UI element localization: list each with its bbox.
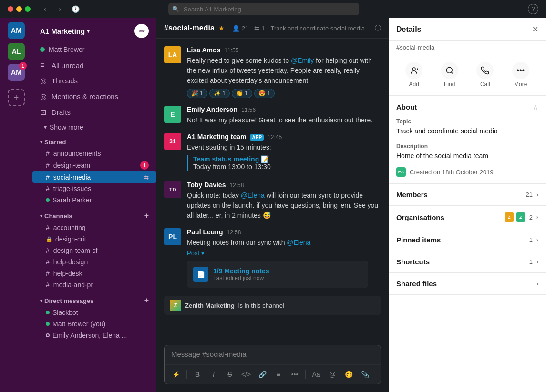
- sidebar-item-accounting[interactable]: # accounting: [32, 222, 156, 233]
- workspace-avatar-am[interactable]: AM: [8, 22, 25, 39]
- sidebar-item-media-and-pr[interactable]: # media-and-pr: [32, 279, 156, 291]
- svg-point-0: [412, 68, 415, 70]
- organisations-section-header[interactable]: Organisations Z Z 2 ›: [389, 206, 546, 229]
- workspace-avatar-al[interactable]: AL: [8, 43, 25, 60]
- members-count[interactable]: 👤 21: [232, 25, 248, 32]
- mention[interactable]: @Elena: [287, 239, 310, 246]
- strikethrough-button[interactable]: S: [223, 368, 237, 381]
- dm-section-header[interactable]: ▾ Direct messages +: [32, 294, 156, 307]
- main-layout: AM AL AM 1 + A1 Marketing ▾ ✏ Matt Brewe…: [0, 18, 546, 392]
- attach-button[interactable]: 📎: [358, 368, 371, 381]
- workspace-name[interactable]: A1 Marketing ▾: [40, 27, 90, 35]
- quoted-text: Today from 13:00 to 13:30: [193, 163, 381, 171]
- more-formatting-button[interactable]: •••: [288, 368, 301, 381]
- channels-section-header[interactable]: ▾ Channels +: [32, 210, 156, 222]
- bookmark-count[interactable]: ⇆ 1: [254, 25, 265, 32]
- maximize-traffic-light[interactable]: [25, 6, 31, 12]
- nav-item-drafts[interactable]: ⊡ Drafts: [32, 105, 156, 120]
- nav-item-all-unread[interactable]: ≡ All unread: [32, 58, 156, 72]
- link-button[interactable]: 🔗: [256, 368, 269, 381]
- sidebar-item-help-desk[interactable]: # help-desk: [32, 268, 156, 279]
- emoji-button[interactable]: 😊: [342, 368, 355, 381]
- message-time: 11:55: [224, 47, 238, 54]
- add-workspace-button[interactable]: +: [8, 89, 25, 106]
- description-value: Home of the social media team: [396, 151, 538, 161]
- details-header: Details ✕: [389, 18, 546, 41]
- code-button[interactable]: </>: [239, 368, 253, 381]
- reaction-item[interactable]: 😍 1: [254, 89, 275, 98]
- mention[interactable]: @Emily: [291, 57, 314, 64]
- minimize-traffic-light[interactable]: [16, 6, 22, 12]
- reaction-item[interactable]: 🎉 1: [187, 89, 207, 98]
- nav-item-mentions[interactable]: ◎ Mentions & reactions: [32, 89, 156, 104]
- sidebar-item-design-team-sf[interactable]: # design-team-sf: [32, 245, 156, 256]
- reaction-item[interactable]: 👏 1: [232, 89, 252, 98]
- message-header: Lisa Amos 11:55: [187, 46, 381, 54]
- close-traffic-light[interactable]: [8, 6, 13, 12]
- search-input[interactable]: [168, 3, 359, 15]
- attachment-info: 1/9 Meeting notes Last edited just now: [213, 267, 362, 281]
- sidebar-item-announcements[interactable]: # announcements: [32, 148, 156, 159]
- chevron-right-icon: ›: [536, 281, 538, 287]
- list-button[interactable]: ≡: [272, 368, 285, 381]
- about-section-title: About: [396, 103, 417, 111]
- starred-section-header[interactable]: ▾ Starred: [32, 137, 156, 148]
- show-more-nav[interactable]: ▾ Show more: [32, 121, 156, 133]
- drafts-icon: ⊡: [40, 108, 48, 117]
- close-details-button[interactable]: ✕: [532, 25, 538, 34]
- workspace-avatar-am2[interactable]: AM 1: [8, 64, 25, 81]
- sidebar-item-social-media[interactable]: # social-media ⇆: [32, 171, 156, 183]
- reaction-item[interactable]: ✨ 1: [209, 89, 230, 98]
- about-section-header[interactable]: About ∧: [389, 96, 546, 118]
- pinned-section-header[interactable]: Pinned items 1 ›: [389, 229, 546, 251]
- sidebar-item-help-design[interactable]: # help-design: [32, 256, 156, 268]
- call-action[interactable]: Call: [476, 62, 494, 88]
- details-subtitle: #social-media: [389, 41, 546, 54]
- info-button[interactable]: ⓘ: [375, 24, 381, 32]
- sidebar-item-design-crit[interactable]: 🔒 design-crit: [32, 233, 156, 245]
- italic-button[interactable]: I: [207, 368, 220, 381]
- user-status-dot: [40, 47, 45, 52]
- sidebar-item-design-team[interactable]: # design-team 1: [32, 159, 156, 171]
- message-attachment[interactable]: 📄 1/9 Meeting notes Last edited just now: [187, 261, 368, 288]
- bold-button[interactable]: B: [191, 368, 204, 381]
- sidebar-item-slackbot[interactable]: Slackbot: [32, 307, 156, 318]
- help-button[interactable]: ?: [528, 4, 538, 14]
- sidebar-item-triage-issues[interactable]: # triage-issues: [32, 183, 156, 194]
- svg-point-3: [446, 67, 452, 73]
- organisations-section-title: Organisations: [396, 213, 444, 221]
- compose-button[interactable]: ✏: [134, 24, 149, 38]
- quoted-title[interactable]: Team status meeting 📝: [193, 155, 381, 163]
- history-button[interactable]: 🕐: [69, 4, 82, 14]
- forward-button[interactable]: ›: [53, 4, 67, 14]
- back-button[interactable]: ‹: [38, 4, 52, 14]
- shortcuts-section-header[interactable]: Shortcuts 1 ›: [389, 251, 546, 272]
- members-count: 21: [526, 191, 533, 198]
- toolbar-separator: [305, 370, 306, 379]
- font-button[interactable]: Aa: [309, 368, 323, 381]
- star-icon[interactable]: ★: [218, 24, 225, 32]
- find-action[interactable]: Find: [441, 62, 458, 88]
- more-action[interactable]: ••• More: [512, 62, 529, 88]
- message-input[interactable]: Message #social-media: [165, 345, 381, 364]
- sidebar-item-matt-brewer[interactable]: Matt Brewer (you): [32, 318, 156, 330]
- sidebar-item-emily-elena[interactable]: Emily Anderson, Elena ...: [32, 330, 156, 341]
- messages-list: LA Lisa Amos 11:55 Really need to give s…: [156, 39, 389, 339]
- nav-item-threads[interactable]: ◎ Threads: [32, 73, 156, 88]
- members-section-header[interactable]: Members 21 ›: [389, 184, 546, 205]
- avatar: 31: [164, 133, 181, 150]
- mention[interactable]: @Elena: [241, 191, 265, 199]
- message-text: Meeting notes from our sync with @Elena: [187, 238, 381, 248]
- mention-button[interactable]: @: [326, 368, 339, 381]
- sidebar-item-sarah-parker[interactable]: Sarah Parker: [32, 194, 156, 206]
- add-dm-button[interactable]: +: [144, 296, 149, 305]
- titlebar: ‹ › 🕐 🔍 ?: [0, 0, 546, 18]
- add-channel-button[interactable]: +: [144, 211, 149, 220]
- lightning-button[interactable]: ⚡: [169, 368, 183, 381]
- post-link[interactable]: Post ▾: [187, 250, 381, 257]
- find-action-label: Find: [444, 81, 455, 88]
- quoted-message: Team status meeting 📝 Today from 13:00 t…: [187, 155, 381, 171]
- add-action[interactable]: Add: [405, 62, 422, 88]
- shared-files-section-header[interactable]: Shared files ›: [389, 273, 546, 294]
- avatar: PL: [164, 228, 181, 245]
